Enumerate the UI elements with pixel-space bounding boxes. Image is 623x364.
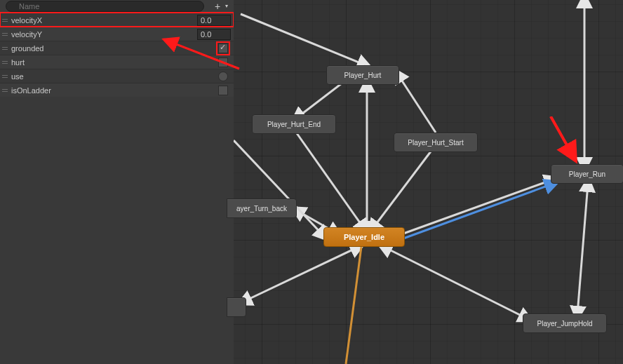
param-label[interactable]: velocityY (8, 30, 197, 39)
svg-line-2 (297, 133, 364, 229)
state-node-Player_Hurt_End[interactable]: Player_Hurt_End (252, 114, 336, 134)
state-node-label: Player_Idle (344, 233, 384, 241)
svg-line-14 (346, 247, 361, 364)
state-node-Player_Turn_back[interactable]: ayer_Turn_back (227, 198, 297, 218)
param-row-use[interactable]: use (0, 69, 234, 83)
param-checkbox[interactable] (218, 58, 228, 67)
svg-line-16 (551, 116, 576, 161)
state-node-Player_Run[interactable]: Player_Run (551, 164, 623, 184)
svg-line-8 (403, 180, 553, 234)
parameter-search-row: ⌕ + ▾ (0, 0, 234, 13)
state-node-label: Player_JumpHold (537, 320, 593, 328)
drag-handle-icon[interactable] (0, 69, 8, 83)
param-label[interactable]: hurt (8, 58, 200, 67)
svg-line-13 (403, 184, 553, 238)
param-label[interactable]: grounded (8, 44, 200, 53)
svg-line-4 (398, 74, 436, 133)
state-node-Player_JumpHold[interactable]: Player_JumpHold (523, 314, 607, 333)
svg-line-0 (241, 14, 366, 65)
state-node-label: Player_Hurt (344, 72, 382, 79)
state-node-label: Player_Run (569, 170, 605, 178)
param-label[interactable]: velocityX (8, 16, 197, 25)
svg-line-12 (384, 247, 527, 318)
param-row-hurt[interactable]: hurt (0, 55, 234, 69)
drag-handle-icon[interactable] (0, 83, 8, 97)
state-node-unnamed_bottom[interactable] (227, 297, 246, 317)
param-checkbox[interactable] (218, 86, 228, 95)
param-label[interactable]: isOnLadder (8, 86, 200, 95)
drag-handle-icon[interactable] (0, 55, 8, 69)
param-checkbox[interactable] (218, 43, 228, 53)
state-node-label: Player_Hurt_Start (408, 139, 463, 147)
drag-handle-icon[interactable] (0, 41, 8, 55)
param-row-velocityX[interactable]: velocityX (0, 13, 234, 27)
param-float-input[interactable] (197, 15, 231, 26)
param-label[interactable]: use (8, 72, 200, 81)
state-node-Player_Hurt_Start[interactable]: Player_Hurt_Start (394, 133, 478, 152)
param-row-isOnLadder[interactable]: isOnLadder (0, 83, 234, 97)
svg-line-11 (243, 247, 359, 302)
svg-line-7 (234, 140, 323, 236)
param-row-grounded[interactable]: grounded (0, 41, 234, 55)
svg-line-5 (373, 151, 431, 229)
drag-handle-icon[interactable] (0, 13, 8, 27)
param-row-velocityY[interactable]: velocityY (0, 27, 234, 41)
parameter-search-input[interactable] (6, 1, 204, 12)
add-parameter-button[interactable]: + (210, 1, 225, 12)
animator-graph[interactable]: Player_HurtPlayer_Hurt_EndPlayer_Hurt_St… (234, 0, 623, 364)
add-parameter-dropdown[interactable]: ▾ (225, 1, 234, 12)
state-node-label: Player_Hurt_End (267, 121, 321, 128)
parameters-panel: ⌕ + ▾ velocityXvelocityYgroundedhurtusei… (0, 0, 234, 364)
state-node-Player_Hurt[interactable]: Player_Hurt (326, 65, 399, 85)
svg-line-10 (577, 184, 588, 314)
state-node-Player_Idle[interactable]: Player_Idle (323, 227, 405, 247)
state-node-label: ayer_Turn_back (236, 205, 287, 213)
param-trigger-radio[interactable] (218, 72, 228, 81)
drag-handle-icon[interactable] (0, 27, 8, 41)
param-float-input[interactable] (197, 29, 231, 40)
